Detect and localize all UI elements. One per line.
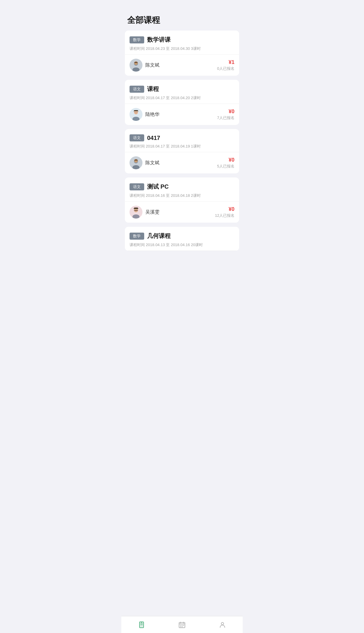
course-list: 数学 数学讲课 课程时间 2018.04.23 至 2018.04.30 3课时…: [121, 31, 243, 278]
teacher-avatar: [130, 59, 142, 72]
course-price: ¥0: [217, 157, 234, 163]
course-title-row: 语文 0417: [130, 134, 234, 141]
svg-point-12: [134, 112, 135, 113]
teacher-info: 陆艳华: [130, 108, 159, 121]
teacher-info: 陈文斌: [130, 59, 159, 72]
price-info: ¥0 12人已报名: [215, 206, 234, 218]
course-time: 课程时间 2018.04.13 至 2018.04.16 20课时: [130, 242, 234, 248]
course-bottom: 陈文斌 ¥0 5人已报名: [125, 152, 239, 173]
course-name: 测试 PC: [147, 183, 169, 191]
svg-rect-35: [141, 622, 142, 623]
page-header: 全部课程: [121, 0, 243, 31]
course-price: ¥0: [217, 109, 234, 115]
svg-point-5: [135, 63, 135, 64]
course-card[interactable]: 语文 课程 课程时间 2018.04.17 至 2018.04.20 2课时 陆…: [125, 80, 239, 125]
svg-point-19: [135, 161, 135, 161]
price-info: ¥0 7人已报名: [217, 109, 234, 121]
svg-point-30: [137, 210, 138, 211]
teacher-avatar: [130, 206, 142, 219]
course-top: 数学 几何课程 课程时间 2018.04.13 至 2018.04.16 20课…: [125, 227, 239, 251]
course-top: 语文 课程 课程时间 2018.04.17 至 2018.04.20 2课时: [125, 80, 239, 104]
course-card[interactable]: 数学 数学讲课 课程时间 2018.04.23 至 2018.04.30 3课时…: [125, 31, 239, 76]
page-title: 全部课程: [127, 15, 237, 26]
svg-rect-40: [180, 625, 181, 626]
teacher-name: 陈文斌: [145, 62, 159, 68]
course-name: 课程: [147, 85, 159, 93]
svg-rect-43: [180, 626, 181, 627]
courses-tab-icon: [138, 621, 145, 629]
course-title-row: 数学 数学讲课: [130, 36, 234, 44]
course-title-row: 语文 课程: [130, 85, 234, 93]
svg-rect-41: [182, 625, 183, 626]
price-info: ¥0 5人已报名: [217, 157, 234, 169]
teacher-avatar: [130, 108, 142, 121]
svg-point-45: [221, 622, 224, 625]
course-card[interactable]: 语文 0417 课程时间 2018.04.17 至 2018.04.19 1课时…: [125, 129, 239, 173]
enrolled-count: 7人已报名: [217, 115, 234, 121]
enrolled-count: 12人已报名: [215, 213, 234, 218]
course-name: 几何课程: [147, 232, 171, 240]
svg-point-20: [137, 161, 137, 161]
course-bottom: 陈文斌 ¥1 0人已报名: [125, 55, 239, 76]
svg-point-4: [134, 61, 138, 65]
course-card[interactable]: 语文 测试 PC 课程时间 2018.04.16 至 2018.04.18 2课…: [125, 177, 239, 223]
teacher-avatar: [130, 156, 142, 169]
profile-tab-icon: [219, 621, 226, 629]
subject-badge: 语文: [130, 134, 144, 141]
course-top: 语文 测试 PC 课程时间 2018.04.16 至 2018.04.18 2课…: [125, 177, 239, 202]
course-time: 课程时间 2018.04.23 至 2018.04.30 3课时: [130, 46, 234, 51]
course-name: 数学讲课: [147, 36, 171, 44]
svg-point-6: [137, 63, 137, 64]
teacher-info: 吴溪雯: [130, 206, 159, 219]
teacher-info: 陈文斌: [130, 156, 159, 169]
enrolled-count: 5人已报名: [217, 164, 234, 169]
teacher-name: 陆艳华: [145, 111, 159, 118]
subject-badge: 语文: [130, 86, 144, 93]
svg-rect-42: [183, 625, 184, 626]
course-price: ¥0: [215, 206, 234, 212]
teacher-name: 吴溪雯: [145, 209, 159, 215]
course-time: 课程时间 2018.04.16 至 2018.04.18 2课时: [130, 193, 234, 198]
tab-bar: [121, 616, 243, 633]
course-bottom: 吴溪雯 ¥0 12人已报名: [125, 202, 239, 223]
price-info: ¥1 0人已报名: [217, 59, 234, 71]
enrolled-count: 0人已报名: [217, 66, 234, 71]
course-title-row: 语文 测试 PC: [130, 183, 234, 191]
subject-badge: 数学: [130, 233, 144, 240]
subject-badge: 语文: [130, 183, 144, 190]
course-title-row: 数学 几何课程: [130, 232, 234, 240]
course-time: 课程时间 2018.04.17 至 2018.04.19 1课时: [130, 144, 234, 149]
tab-profile[interactable]: [202, 616, 243, 633]
course-price: ¥1: [217, 59, 234, 65]
svg-point-13: [137, 112, 138, 113]
svg-point-18: [134, 159, 138, 163]
course-top: 语文 0417 课程时间 2018.04.17 至 2018.04.19 1课时: [125, 129, 239, 152]
subject-badge: 数学: [130, 36, 144, 43]
teacher-name: 陈文斌: [145, 160, 159, 166]
course-bottom: 陆艳华 ¥0 7人已报名: [125, 104, 239, 125]
svg-rect-44: [182, 626, 183, 627]
course-card[interactable]: 数学 几何课程 课程时间 2018.04.13 至 2018.04.16 20课…: [125, 227, 239, 251]
course-time: 课程时间 2018.04.17 至 2018.04.20 2课时: [130, 95, 234, 101]
course-name: 0417: [147, 135, 160, 141]
tab-schedule[interactable]: [162, 616, 202, 633]
tab-courses[interactable]: [121, 616, 162, 633]
course-top: 数学 数学讲课 课程时间 2018.04.23 至 2018.04.30 3课时: [125, 31, 239, 55]
schedule-tab-icon: [178, 621, 186, 629]
svg-point-29: [134, 210, 135, 211]
